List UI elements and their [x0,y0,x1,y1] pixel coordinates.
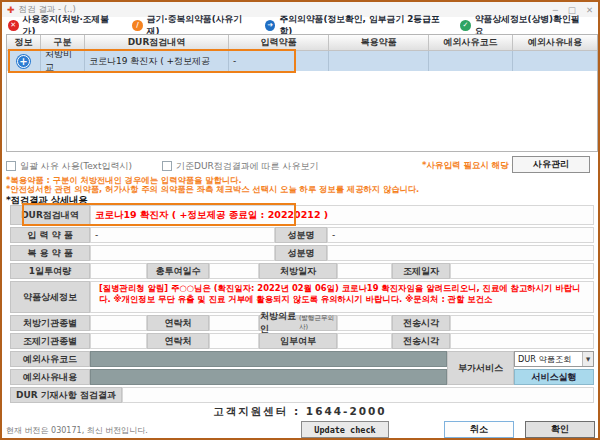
row-taking-drug [329,51,429,71]
confirm-button[interactable]: 확인 [525,421,595,438]
detail-row-disp-org: 조제기관종별 연락처 임부여부 전송시각 [10,333,594,349]
contact-label-1: 연락처 [147,315,209,331]
detail-row-dose: 1일투여량 총투여일수 처방일자 조제일자 [10,263,594,279]
taking-drug-label: 복 용 약 품 [10,245,90,261]
row-exception-code [429,51,513,71]
dur-note-value [122,387,594,403]
reason-manage-button[interactable]: 사유관리 [512,156,590,173]
ingredient-value-1: - [327,227,594,243]
support-center-label: 고객지원센터 : [213,405,300,417]
row-input-drug: - [229,51,329,71]
exception-block: 예외사유코드 예외사유내용 부가서비스 DUR 약품조회 ▼ 서비스실행 [10,351,594,385]
detail-row-input-drug: 입 력 약 품 - 성분명 - [10,227,594,243]
close-icon[interactable]: ✕ [586,5,593,15]
addon-service-select[interactable]: DUR 약품조회 ▼ [514,351,594,367]
caution-icon: ➜ [265,20,276,31]
base-dur-checkbox[interactable] [162,161,172,171]
dur-note-label: DUR 기재사항 점검결과 [10,387,122,403]
send-time-value-1 [450,315,594,331]
support-center-phone: 1644-2000 [306,405,387,417]
chevron-down-icon[interactable]: ▼ [582,352,593,366]
prescribe-date-value [337,263,392,279]
dispense-date-value [450,263,594,279]
send-time-label-1: 전송시각 [392,315,450,331]
pregnancy-value [337,333,392,349]
col-header-exception-code: 예외사유코드 [429,35,513,51]
ingredient-label-1: 성분명 [275,227,327,243]
disp-org-label: 조제기관종별 [10,333,90,349]
bulk-reason-checkbox[interactable] [6,161,16,171]
row-category: 처방비교 [41,51,85,71]
version-text: 현재 버전은 030171, 최신 버전입니다. [6,425,148,436]
update-check-button[interactable]: Update check [301,421,389,438]
forbidden-icon: ∕ [132,20,143,31]
kdca-alert-message: [질병관리청 알림] 주○○님은 (확진일자: 2022년 02월 06일) 코… [95,282,589,305]
dur-detail-label: DUR점검내역 [10,205,90,225]
contact-value-1 [209,315,259,331]
send-time-value-2 [450,333,594,349]
prescribe-date-label: 처방일자 [259,263,337,279]
presc-doctor-label: 처방의료인 (발행근무의사) [259,315,337,331]
total-days-value [209,263,259,279]
pregnancy-label: 임부여부 [259,333,337,349]
exception-code-input [90,351,447,367]
legend-bar: ✕ 사용중지(처방·조제불가) ∕ 금기·중복의약품(사유기재) ➜ 주의의약품… [2,17,598,34]
expand-info-icon[interactable]: + [17,55,30,68]
addon-selected-value: DUR 약품조회 [518,354,571,365]
check-icon: ✓ [460,20,471,31]
bulk-reason-label: 일괄 사유 사용(Text입력시) [20,160,132,173]
drug-detail-label: 약품상세정보 [10,281,90,313]
cancel-button[interactable]: 취소 [444,421,514,438]
col-header-taking-drug: 복용약품 [329,35,429,51]
input-drug-value: - [90,227,275,243]
dur-detail-value: 코로나19 확진자 ( +정보제공 종료일 : 20220212 ) [90,205,594,225]
detail-row-presc-org: 처방기관종별 연락처 처방의료인 (발행근무의사) 전송시각 [10,315,594,331]
support-center-line: 고객지원센터 : 1644-2000 [2,405,598,419]
col-header-input-drug: 입력약품 [229,35,329,51]
contact-value-2 [209,333,259,349]
presc-doctor-sub-label: (발행근무의사) [299,314,336,332]
daily-dose-label: 1일투여량 [10,263,90,279]
row-exception-content [513,51,597,71]
grid-header-row: 정보 구분 DUR점검내역 입력약품 복용약품 예외사유코드 예외사유내용 [7,35,597,51]
send-time-label-2: 전송시각 [392,333,450,349]
presc-doctor-value [337,315,392,331]
contact-label-2: 연락처 [147,333,209,349]
ingredient-label-2: 성분명 [275,245,327,261]
bottom-bar: 현재 버전은 030171, 최신 버전입니다. Update check 취소… [6,421,594,439]
service-run-button[interactable]: 서비스실행 [514,369,594,385]
addon-service-label: 부가서비스 [447,351,514,385]
exception-code-label: 예외사유코드 [10,351,90,367]
daily-dose-value [90,263,147,279]
detail-panel: DUR점검내역 코로나19 확진자 ( +정보제공 종료일 : 20220212… [10,205,594,405]
input-drug-label: 입 력 약 품 [10,227,90,243]
disp-org-value [90,333,147,349]
result-grid: 정보 구분 DUR점검내역 입력약품 복용약품 예외사유코드 예외사유내용 + … [6,34,598,152]
dur-check-window: ✚ 점검 결과 - (..) ─ □ ✕ ✕ 사용중지(처방·조제불가) ∕ 금… [0,0,600,440]
stop-icon: ✕ [8,20,19,31]
total-days-label: 총투여일수 [147,263,209,279]
row-dur-detail: 코로나19 확진자 ( +정보제공 [85,51,229,71]
dispense-date-label: 조제일자 [392,263,450,279]
detail-row-dur-note: DUR 기재사항 점검결과 [10,387,594,403]
options-row: 일괄 사유 사용(Text입력시) 기준DUR점검결과에 따른 사유보기 *사유… [6,156,594,176]
exception-content-input [90,369,447,385]
detail-row-dur: DUR점검내역 코로나19 확진자 ( +정보제공 종료일 : 20220212… [10,205,594,225]
taking-drug-value [90,245,275,261]
presc-org-value [90,315,147,331]
presc-org-label: 처방기관종별 [10,315,90,331]
detail-row-taking-drug: 복 용 약 품 성분명 [10,245,594,261]
col-header-exception-content: 예외사유내용 [513,35,597,51]
detail-row-drug-detail: 약품상세정보 [질병관리청 알림] 주○○님은 (확진일자: 2022년 02월… [10,281,594,313]
table-row[interactable]: + 처방비교 코로나19 확진자 ( +정보제공 - [7,51,597,71]
col-header-dur-detail: DUR점검내역 [85,35,229,51]
col-header-info: 정보 [7,35,41,51]
ingredient-value-2 [327,245,594,261]
base-dur-label: 기준DUR점검결과에 따른 사유보기 [176,160,319,173]
exception-content-label: 예외사유내용 [10,369,90,385]
